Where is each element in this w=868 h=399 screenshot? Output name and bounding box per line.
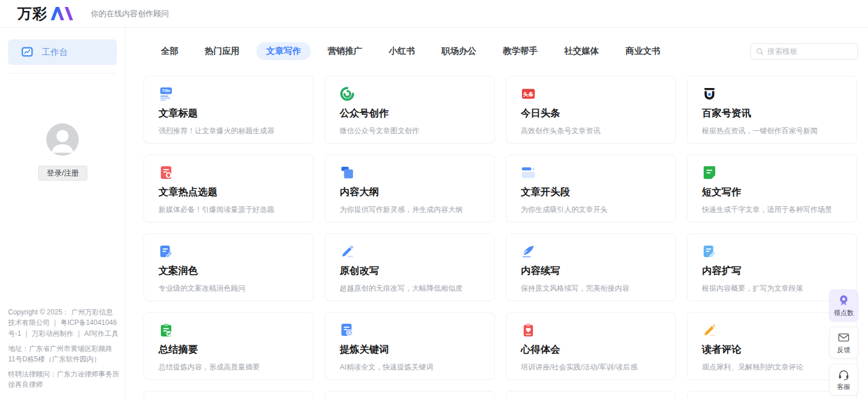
- template-grid: Title 文章标题 强烈推荐！让文章爆火的标题生成器 公众号创作 微信公众号文…: [144, 76, 868, 399]
- card-title: 原创改写: [340, 264, 480, 277]
- tab-6[interactable]: 教学帮手: [493, 42, 547, 60]
- template-card[interactable]: 公众号创作 微信公众号文章图文创作: [325, 76, 495, 144]
- search-icon: [756, 47, 764, 56]
- card-title: 今日头条: [521, 107, 661, 120]
- template-card[interactable]: 内容大纲 为你提供写作新灵感，并生成内容大纲: [325, 155, 495, 222]
- fab-label: 客服: [837, 383, 851, 391]
- template-card[interactable]: 原创改写 超越原创的无痕改写，大幅降低相似度: [325, 233, 495, 301]
- template-card[interactable]: 短文写作 快速生成千字文章，适用于各种写作场景: [687, 155, 857, 222]
- tab-7[interactable]: 社交媒体: [554, 42, 609, 60]
- mail-icon: [837, 331, 850, 344]
- template-card[interactable]: [506, 391, 676, 399]
- clipboard-check-green-icon: [159, 323, 174, 338]
- template-card[interactable]: 头条 今日头条 高效创作头条号文章资讯: [506, 76, 676, 144]
- tagline: 你的在线内容创作顾问: [91, 9, 169, 19]
- doc-search-blue-icon: A: [340, 323, 355, 338]
- headset-icon: [837, 368, 850, 381]
- card-title: 提炼关键词: [340, 343, 480, 356]
- pencil-orange-icon: [702, 323, 717, 338]
- card-title: 总结摘要: [159, 343, 299, 356]
- card-subtitle: 超越原创的无痕改写，大幅降低相似度: [340, 284, 480, 294]
- doc-pen-blue-icon: [159, 244, 174, 259]
- card-subtitle: 根据内容概要，扩写为文章段落: [702, 284, 842, 294]
- card-subtitle: 专业级的文案改稿润色顾问: [159, 284, 299, 294]
- title-badge-icon: Title: [159, 86, 174, 101]
- template-card[interactable]: 总结摘要 总结提炼内容，形成高质量摘要: [144, 312, 314, 380]
- fab-label: 反馈: [837, 346, 851, 354]
- card-title: 公众号创作: [340, 107, 480, 120]
- card-subtitle: 保持原文风格续写，完美衔接内容: [521, 284, 661, 294]
- tab-4[interactable]: 小红书: [379, 42, 425, 60]
- tab-3[interactable]: 营销推广: [318, 42, 372, 60]
- search-input[interactable]: [767, 47, 853, 56]
- card-title: 心得体会: [521, 343, 661, 356]
- tab-1[interactable]: 热门应用: [195, 42, 249, 60]
- baijiahao-icon: [702, 86, 717, 101]
- template-card[interactable]: [325, 391, 495, 399]
- card-title: 内容大纲: [340, 185, 480, 199]
- sidebar-divider: [8, 73, 117, 74]
- sidebar-footer: Copyright © 2025： 广州万彩信息技术有限公司 ｜ 粤ICP备14…: [8, 307, 119, 394]
- tab-5[interactable]: 职场办公: [432, 42, 486, 60]
- app-header: 万彩 你的在线内容创作顾问: [0, 0, 868, 28]
- template-card[interactable]: 文章热点选题 新媒体必备！引爆阅读量源于好选题: [144, 155, 314, 222]
- note-green-icon: [702, 165, 717, 180]
- pen-sign-blue-icon: [521, 244, 536, 259]
- template-card[interactable]: A 提炼关键词 AI精读全文，快速提炼关键词: [325, 312, 495, 380]
- card-subtitle: 高效创作头条号文章资讯: [521, 126, 661, 136]
- card-title: 文章热点选题: [159, 185, 299, 199]
- pencil-blue-icon: [340, 244, 355, 259]
- customer-service-button[interactable]: 客服: [829, 364, 858, 396]
- login-register-button[interactable]: 登录/注册: [38, 166, 87, 181]
- card-title: 内容续写: [521, 264, 661, 277]
- card-subtitle: 快速生成千字文章，适用于各种写作场景: [702, 205, 842, 215]
- doc-pin-red-icon: [159, 165, 174, 180]
- template-card[interactable]: [144, 391, 314, 399]
- card-title: 百家号资讯: [702, 107, 842, 120]
- doc-pencil-lightblue-icon: [702, 244, 717, 259]
- svg-text:头条: 头条: [523, 91, 534, 97]
- card-subtitle: 微信公众号文章图文创作: [340, 126, 480, 136]
- card-subtitle: 总结提炼内容，形成高质量摘要: [159, 363, 299, 372]
- clipboard-heart-red-icon: [521, 323, 536, 338]
- sidebar-item-workbench[interactable]: 工作台: [8, 39, 117, 65]
- wechat-official-icon: [340, 86, 355, 101]
- card-title: 内容扩写: [702, 264, 842, 277]
- sidebar-item-label: 工作台: [42, 47, 68, 58]
- outline-blue-icon: [340, 165, 355, 180]
- toutiao-icon: 头条: [521, 86, 536, 101]
- card-subtitle: 根据热点资讯，一键创作百家号新闻: [702, 126, 842, 136]
- svg-text:A: A: [348, 331, 351, 335]
- card-title: 短文写作: [702, 185, 842, 199]
- tab-0[interactable]: 全部: [151, 42, 188, 60]
- template-search[interactable]: [751, 43, 858, 60]
- template-card[interactable]: Title 文章标题 强烈推荐！让文章爆火的标题生成器: [144, 76, 314, 144]
- points-medal-icon: [837, 294, 850, 307]
- feedback-button[interactable]: 反馈: [829, 327, 858, 358]
- template-card[interactable]: 内容续写 保持原文风格续写，完美衔接内容: [506, 233, 676, 301]
- template-card[interactable]: 百家号资讯 根据热点资讯，一键创作百家号新闻: [687, 76, 857, 144]
- card-subtitle: 为你生成吸引人的文章开头: [521, 205, 661, 215]
- svg-text:Title: Title: [162, 89, 170, 93]
- category-tabs: 全部热门应用文章写作营销推广小红书职场办公教学帮手社交媒体商业文书: [151, 42, 751, 60]
- logo[interactable]: 万彩: [17, 4, 75, 23]
- card-subtitle: 新媒体必备！引爆阅读量源于好选题: [159, 205, 299, 215]
- logo-ai-mark-icon: [49, 6, 75, 21]
- card-subtitle: 为你提供写作新灵感，并生成内容大纲: [340, 205, 480, 215]
- workbench-chart-icon: [21, 46, 34, 58]
- logo-text: 万彩: [17, 4, 47, 23]
- get-points-button[interactable]: 领点数: [829, 290, 858, 321]
- template-card[interactable]: 心得体会 培训讲座/社会实践/活动/军训/读后感: [506, 312, 676, 380]
- fab-label: 领点数: [834, 309, 854, 317]
- card-title: 文案润色: [159, 264, 299, 277]
- tab-2[interactable]: 文章写作: [256, 42, 311, 60]
- template-card[interactable]: 文案润色 专业级的文案改稿润色顾问: [144, 233, 314, 301]
- card-subtitle: 培训讲座/社会实践/活动/军训/读后感: [521, 363, 661, 372]
- template-card[interactable]: 文章开头段 为你生成吸引人的文章开头: [506, 155, 676, 222]
- main-content: 全部热门应用文章写作营销推广小红书职场办公教学帮手社交媒体商业文书 Title …: [126, 28, 868, 399]
- tab-8[interactable]: 商业文书: [616, 42, 670, 60]
- card-subtitle: 强烈推荐！让文章爆火的标题生成器: [159, 126, 299, 136]
- avatar[interactable]: [46, 123, 79, 156]
- sidebar: 工作台 登录/注册 Copyright © 2025： 广州万彩信息技术有限公司…: [0, 28, 126, 399]
- address-line: 地址：广东省广州市黄埔区彩频路11号D栋5楼（广东软件园内）: [8, 343, 119, 365]
